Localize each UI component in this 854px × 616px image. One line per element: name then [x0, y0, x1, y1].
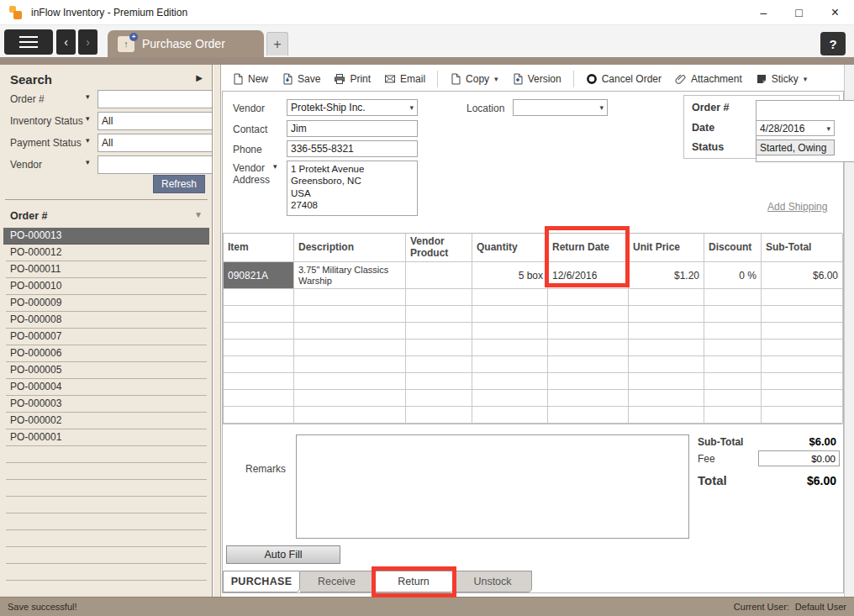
refresh-button[interactable]: Refresh: [153, 175, 205, 193]
toolbar-button-new[interactable]: New: [226, 71, 274, 87]
toolbar-button-email[interactable]: Email: [378, 71, 431, 87]
order-list-item[interactable]: PO-000012: [6, 245, 207, 261]
empty-cell[interactable]: [224, 356, 294, 373]
empty-cell[interactable]: [629, 289, 704, 306]
phone-field[interactable]: [287, 140, 418, 157]
search-order-input[interactable]: [98, 90, 213, 108]
empty-cell[interactable]: [762, 356, 843, 373]
empty-cell[interactable]: [629, 373, 704, 390]
toolbar-button-print[interactable]: Print: [328, 71, 377, 87]
cell-unit-price[interactable]: $1.20: [629, 262, 704, 289]
empty-cell[interactable]: [704, 390, 762, 407]
order-list-item[interactable]: PO-000010: [6, 278, 207, 295]
order-list-item[interactable]: PO-000013: [3, 228, 209, 245]
column-header-unit-price[interactable]: Unit Price: [629, 234, 704, 262]
empty-cell[interactable]: [294, 407, 406, 424]
empty-cell[interactable]: [406, 407, 472, 424]
empty-cell[interactable]: [406, 340, 472, 356]
empty-cell[interactable]: [294, 306, 406, 323]
search-inventorystatus-select[interactable]: All▾: [98, 112, 213, 130]
empty-cell[interactable]: [762, 306, 843, 323]
empty-cell[interactable]: [472, 340, 548, 356]
date-select[interactable]: 4/28/2016 ▾: [756, 120, 835, 136]
empty-cell[interactable]: [406, 306, 472, 323]
empty-cell[interactable]: [406, 373, 472, 390]
empty-cell[interactable]: [762, 407, 843, 424]
location-select[interactable]: ▾: [513, 99, 608, 116]
contact-field[interactable]: [287, 120, 418, 137]
order-list-item[interactable]: PO-000009: [6, 295, 207, 312]
empty-cell[interactable]: [294, 340, 406, 356]
empty-cell[interactable]: [704, 356, 762, 373]
back-button[interactable]: ‹: [56, 29, 76, 55]
empty-cell[interactable]: [472, 289, 548, 306]
forward-button[interactable]: ›: [78, 29, 98, 55]
column-header-vendor-product[interactable]: Vendor Product: [406, 234, 472, 262]
main-menu-button[interactable]: [4, 29, 53, 55]
empty-cell[interactable]: [472, 373, 548, 390]
action-tab-receive[interactable]: Receive: [300, 571, 374, 592]
column-header-quantity[interactable]: Quantity: [472, 234, 548, 262]
empty-cell[interactable]: [406, 289, 472, 306]
column-header-sub-total[interactable]: Sub-Total: [762, 234, 843, 262]
action-tab-purchase[interactable]: PURCHASE: [223, 571, 300, 592]
remarks-field[interactable]: [296, 434, 689, 539]
empty-cell[interactable]: [548, 407, 629, 424]
empty-cell[interactable]: [472, 407, 548, 424]
tab-purchase-order[interactable]: ↑+ Purchase Order: [108, 30, 264, 57]
empty-cell[interactable]: [629, 306, 704, 323]
empty-cell[interactable]: [472, 390, 548, 407]
order-list-item[interactable]: PO-000004: [6, 379, 207, 396]
new-tab-button[interactable]: +: [266, 32, 288, 55]
empty-cell[interactable]: [472, 356, 548, 373]
toolbar-button-save[interactable]: Save: [276, 71, 326, 87]
toolbar-button-cancel-order[interactable]: Cancel Order: [580, 71, 667, 87]
order-list-item[interactable]: PO-000008: [6, 312, 207, 329]
empty-cell[interactable]: [224, 289, 294, 306]
action-tab-return[interactable]: Return: [374, 571, 454, 592]
empty-cell[interactable]: [548, 306, 629, 323]
empty-cell[interactable]: [294, 373, 406, 390]
vendor-select[interactable]: Protekt-Ship Inc. ▾: [287, 99, 418, 116]
order-list-item[interactable]: PO-000002: [6, 413, 207, 429]
minimize-button[interactable]: –: [760, 7, 767, 18]
add-shipping-link[interactable]: Add Shipping: [767, 201, 827, 213]
empty-cell[interactable]: [224, 323, 294, 340]
cell-sub-total[interactable]: $6.00: [762, 262, 843, 289]
action-tab-unstock[interactable]: Unstock: [454, 571, 532, 592]
maximize-button[interactable]: □: [795, 7, 802, 18]
search-vendor-select[interactable]: ▾: [98, 155, 213, 174]
order-list-header[interactable]: Order # ▼: [0, 206, 213, 226]
empty-cell[interactable]: [629, 323, 704, 340]
empty-cell[interactable]: [762, 390, 843, 407]
toolbar-button-sticky[interactable]: Sticky▾: [750, 71, 814, 87]
order-list-item[interactable]: PO-000011: [6, 261, 207, 278]
column-header-return-date[interactable]: Return Date: [548, 234, 629, 262]
empty-cell[interactable]: [704, 340, 762, 356]
empty-cell[interactable]: [224, 340, 294, 356]
empty-cell[interactable]: [548, 289, 629, 306]
empty-cell[interactable]: [704, 407, 762, 424]
empty-cell[interactable]: [294, 356, 406, 373]
empty-cell[interactable]: [224, 407, 294, 424]
toolbar-button-version[interactable]: Version: [506, 71, 567, 87]
empty-cell[interactable]: [224, 390, 294, 407]
cell-vendor-product[interactable]: [406, 262, 472, 289]
empty-cell[interactable]: [406, 323, 472, 340]
cell-description[interactable]: 3.75" Military Classics Warship: [294, 262, 406, 289]
empty-cell[interactable]: [548, 390, 629, 407]
empty-cell[interactable]: [294, 323, 406, 340]
column-header-item[interactable]: Item: [224, 234, 294, 262]
order-list-item[interactable]: PO-000001: [6, 429, 207, 446]
close-button[interactable]: ×: [831, 6, 839, 19]
empty-cell[interactable]: [704, 306, 762, 323]
cell-discount[interactable]: 0 %: [704, 262, 762, 289]
empty-cell[interactable]: [406, 356, 472, 373]
empty-cell[interactable]: [294, 390, 406, 407]
empty-cell[interactable]: [406, 390, 472, 407]
order-list-item[interactable]: PO-000006: [6, 345, 207, 362]
empty-cell[interactable]: [224, 306, 294, 323]
fee-field[interactable]: [758, 450, 840, 466]
empty-cell[interactable]: [629, 390, 704, 407]
search-paymentstatus-select[interactable]: All▾: [98, 134, 213, 152]
